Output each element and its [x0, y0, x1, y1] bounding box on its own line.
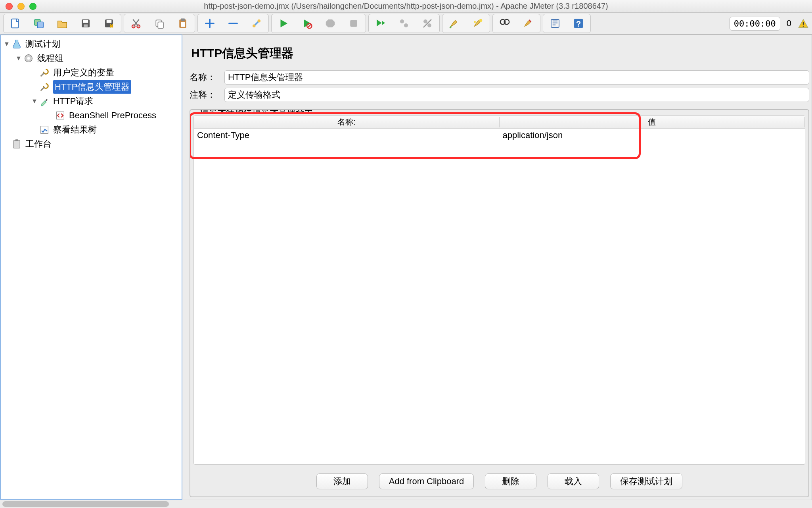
zoom-window-button[interactable]: [29, 3, 36, 10]
help-button[interactable]: ?: [567, 15, 590, 32]
svg-rect-31: [803, 26, 804, 27]
name-label: 名称：: [190, 71, 224, 83]
clipboard-icon: [11, 139, 22, 150]
svg-point-22: [427, 23, 431, 27]
titlebar: http-post-json-demo.jmx (/Users/hailongc…: [0, 0, 812, 13]
remote-start-button[interactable]: [370, 15, 392, 32]
tree-label: 线程组: [37, 52, 63, 64]
comment-input[interactable]: [224, 88, 809, 102]
save-button[interactable]: [75, 15, 97, 32]
wrench-icon: [39, 81, 50, 92]
editor-panel: HTTP信息头管理器 名称： 注释： 信息头存储在信息头管理器中 名称: 值: [182, 35, 812, 500]
table-body[interactable]: Content-Type application/json: [194, 129, 805, 464]
toolbar: ? 00:00:00 0: [0, 13, 812, 35]
headers-fieldset: 信息头存储在信息头管理器中 名称: 值 Content-Type applica…: [190, 109, 809, 497]
active-threads: 0: [783, 18, 795, 29]
save-testplan-button[interactable]: 保存测试计划: [610, 473, 682, 489]
headers-table[interactable]: 名称: 值 Content-Type application/json: [193, 115, 805, 465]
clear-button[interactable]: [443, 15, 465, 32]
svg-rect-14: [181, 22, 185, 27]
add-clipboard-button[interactable]: Add from Clipboard: [379, 473, 474, 489]
svg-point-24: [474, 21, 476, 23]
name-input[interactable]: [224, 70, 809, 85]
function-helper-button[interactable]: [544, 15, 566, 32]
tree-item-threadgroup[interactable]: ▼ 线程组: [1, 51, 182, 65]
main-area: ▼ 测试计划 ▼ 线程组 ▼ 用户定义的变量 ▼ HTTP信息头管理器 ▼ HT…: [0, 35, 812, 500]
add-button[interactable]: 添加: [316, 473, 368, 489]
svg-rect-7: [107, 20, 112, 23]
load-button[interactable]: 载入: [548, 473, 599, 489]
expand-button[interactable]: [199, 15, 221, 32]
expand-toggle[interactable]: ▼: [3, 40, 10, 48]
tree-item-workbench[interactable]: ▼ 工作台: [1, 137, 182, 151]
scroll-thumb[interactable]: [2, 501, 169, 507]
name-row: 名称：: [190, 70, 809, 85]
stop-button[interactable]: [319, 15, 341, 32]
new-fragment-button[interactable]: [28, 15, 50, 32]
svg-rect-5: [84, 25, 88, 27]
tree-item-viewtree[interactable]: ▼ 察看结果树: [1, 123, 182, 137]
svg-point-20: [404, 23, 408, 27]
wrench-icon: [39, 67, 50, 78]
tree-panel[interactable]: ▼ 测试计划 ▼ 线程组 ▼ 用户定义的变量 ▼ HTTP信息头管理器 ▼ HT…: [0, 35, 182, 500]
shutdown-button[interactable]: [343, 15, 365, 32]
horizontal-scrollbar[interactable]: [0, 500, 812, 508]
table-row[interactable]: Content-Type application/json: [194, 129, 805, 142]
gear-icon: [23, 53, 34, 64]
svg-rect-37: [15, 139, 18, 141]
svg-text:?: ?: [576, 19, 581, 28]
dropper-icon: [39, 96, 50, 107]
tree-item-beanshell[interactable]: ▼ BeanShell PreProcess: [1, 108, 182, 123]
expand-toggle[interactable]: ▼: [31, 98, 38, 105]
clear-all-button[interactable]: [467, 15, 489, 32]
collapse-button[interactable]: [222, 15, 244, 32]
remote-shutdown-button[interactable]: [416, 15, 439, 32]
tree-item-headermgr[interactable]: ▼ HTTP信息头管理器: [1, 80, 182, 94]
toggle-button[interactable]: [245, 15, 268, 32]
svg-rect-36: [13, 140, 20, 148]
tree-label: HTTP信息头管理器: [53, 80, 131, 94]
comment-row: 注释：: [190, 88, 809, 102]
header-value-cell[interactable]: application/json: [500, 130, 805, 140]
window-title: http-post-json-demo.jmx (/Users/hailongc…: [0, 2, 812, 11]
search-button[interactable]: [494, 15, 516, 32]
column-name[interactable]: 名称:: [194, 117, 500, 127]
svg-rect-0: [11, 19, 19, 28]
svg-point-16: [253, 25, 256, 28]
open-button[interactable]: [51, 15, 73, 32]
paste-button[interactable]: [172, 15, 194, 32]
svg-rect-13: [181, 19, 185, 21]
svg-point-19: [400, 19, 404, 23]
svg-rect-11: [158, 22, 163, 28]
header-name-cell[interactable]: Content-Type: [194, 130, 500, 140]
reset-search-button[interactable]: [517, 15, 539, 32]
timer-display: 00:00:00: [730, 17, 780, 31]
warning-icon[interactable]: [798, 18, 809, 29]
svg-point-15: [258, 19, 261, 23]
svg-rect-4: [83, 20, 88, 23]
script-icon: [55, 110, 66, 121]
tree-item-httpreq[interactable]: ▼ HTTP请求: [1, 94, 182, 108]
tree-label: BeanShell PreProcess: [69, 110, 156, 121]
beaker-icon: [11, 38, 22, 50]
start-button[interactable]: [272, 15, 295, 32]
tree-item-testplan[interactable]: ▼ 测试计划: [1, 37, 182, 51]
tree-label: HTTP请求: [53, 95, 93, 107]
new-testplan-button[interactable]: [4, 15, 27, 32]
results-icon: [39, 124, 50, 135]
table-header: 名称: 值: [194, 116, 805, 129]
copy-button[interactable]: [148, 15, 170, 32]
minimize-window-button[interactable]: [17, 3, 25, 10]
tree-item-uservars[interactable]: ▼ 用户定义的变量: [1, 65, 182, 80]
remote-stop-button[interactable]: [393, 15, 415, 32]
start-noTimers-button[interactable]: [296, 15, 318, 32]
expand-toggle[interactable]: ▼: [15, 55, 22, 62]
tree-label: 用户定义的变量: [53, 67, 114, 79]
save-as-button[interactable]: [98, 15, 120, 32]
delete-button[interactable]: 删除: [485, 473, 536, 489]
comment-label: 注释：: [190, 89, 224, 101]
button-bar: 添加 Add from Clipboard 删除 载入 保存测试计划: [190, 468, 808, 496]
cut-button[interactable]: [125, 15, 147, 32]
close-window-button[interactable]: [6, 3, 13, 10]
column-value[interactable]: 值: [500, 117, 805, 127]
